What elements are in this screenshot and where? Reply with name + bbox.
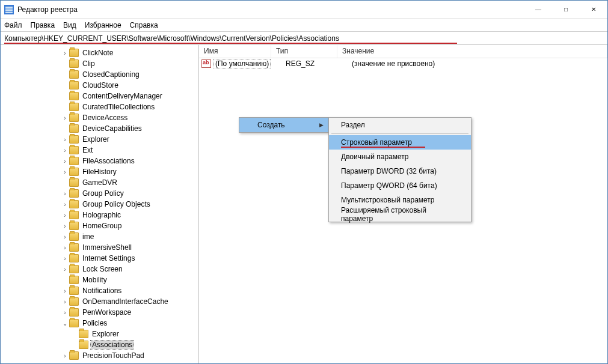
chevron-right-icon[interactable]: › — [61, 147, 69, 154]
folder-icon — [69, 157, 79, 165]
chevron-right-icon[interactable]: › — [61, 190, 69, 197]
tree-item-label: Lock Screen — [81, 265, 124, 273]
tree-item-label: Explorer — [91, 330, 120, 338]
tree-item[interactable]: ›FileAssociations — [1, 156, 198, 166]
chevron-right-icon[interactable]: › — [61, 50, 69, 56]
tree-item-label: Clip — [81, 59, 96, 68]
menu-item-string[interactable]: Строковый параметр — [329, 135, 471, 150]
tree-item[interactable]: ›OnDemandInterfaceCache — [1, 296, 198, 307]
tree-item[interactable]: ›FileHistory — [1, 166, 198, 177]
menu-item-string-label: Строковый параметр — [341, 138, 412, 147]
chevron-right-icon[interactable]: › — [61, 266, 69, 273]
chevron-right-icon[interactable]: › — [61, 255, 69, 262]
tree-item-label: Associations — [91, 341, 134, 349]
string-value-icon — [201, 59, 211, 68]
tree-item[interactable]: CuratedTileCollections — [1, 102, 198, 112]
tree-item-label: DeviceCapabilities — [81, 124, 143, 133]
tree-item[interactable]: ›HomeGroup — [1, 220, 198, 231]
tree-item-label: Mobility — [81, 276, 108, 284]
tree-item[interactable]: ›Group Policy — [1, 188, 198, 199]
tree-item[interactable]: ›Holographic — [1, 210, 198, 220]
tree-item-label: PenWorkspace — [81, 308, 132, 317]
tree-item[interactable]: CloudStore — [1, 80, 198, 91]
tree-item[interactable]: ›ClickNote — [1, 47, 198, 58]
chevron-right-icon[interactable]: › — [61, 299, 69, 305]
tree-item[interactable]: ›Ext — [1, 145, 198, 156]
col-header-name[interactable]: Имя — [199, 45, 271, 58]
chevron-right-icon[interactable]: › — [61, 223, 69, 229]
menu-item-dword-label: Параметр DWORD (32 бита) — [341, 167, 437, 175]
chevron-right-icon[interactable]: › — [61, 234, 69, 240]
chevron-right-icon[interactable]: › — [61, 288, 69, 294]
titlebar: Редактор реестра — □ ✕ — [1, 1, 607, 19]
chevron-right-icon[interactable]: › — [61, 353, 69, 359]
tree-item[interactable]: ›Notifications — [1, 285, 198, 296]
menu-item-dword[interactable]: Параметр DWORD (32 бита) — [329, 164, 471, 178]
folder-icon — [69, 319, 79, 327]
tree-item[interactable]: ›Lock Screen — [1, 264, 198, 275]
chevron-right-icon[interactable]: › — [61, 158, 69, 165]
folder-icon — [69, 308, 79, 317]
menu-item-binary[interactable]: Двоичный параметр — [329, 150, 471, 164]
tree-item[interactable]: Clip — [1, 58, 198, 69]
menu-item-multistring[interactable]: Мультистроковый параметр — [329, 193, 471, 207]
tree-item-label: ime — [81, 232, 95, 241]
menu-file[interactable]: Файл — [4, 21, 22, 29]
tree-item[interactable]: DeviceCapabilities — [1, 123, 198, 134]
menu-item-qword[interactable]: Параметр QWORD (64 бита) — [329, 178, 471, 193]
value-data: (значение не присвоено) — [347, 59, 607, 68]
chevron-right-icon[interactable]: › — [61, 212, 69, 219]
tree-item[interactable]: GameDVR — [1, 177, 198, 188]
menu-edit[interactable]: Правка — [31, 21, 55, 29]
folder-icon — [69, 70, 79, 79]
tree-item[interactable]: Mobility — [1, 275, 198, 285]
tree-item[interactable]: ›Group Policy Objects — [1, 199, 198, 210]
maximize-button[interactable]: □ — [552, 1, 580, 18]
folder-icon — [69, 200, 79, 208]
tree-item[interactable]: Explorer — [1, 329, 198, 339]
chevron-right-icon[interactable]: › — [61, 169, 69, 175]
annotation-underline — [4, 43, 457, 44]
minimize-button[interactable]: — — [524, 1, 552, 18]
chevron-right-icon[interactable]: › — [61, 309, 69, 316]
close-button[interactable]: ✕ — [580, 1, 607, 18]
menu-item-section[interactable]: Раздел — [329, 118, 471, 132]
chevron-right-icon[interactable]: › — [61, 136, 69, 143]
folder-icon — [69, 92, 79, 100]
tree-item[interactable]: ›Explorer — [1, 134, 198, 145]
tree-item[interactable]: ContentDeliveryManager — [1, 91, 198, 102]
menu-view[interactable]: Вид — [63, 21, 76, 29]
tree-item[interactable]: ›ImmersiveShell — [1, 242, 198, 253]
folder-icon — [69, 254, 79, 262]
menu-item-qword-label: Параметр QWORD (64 бита) — [341, 181, 437, 190]
tree-item[interactable]: Associations — [1, 339, 198, 350]
tree-item[interactable]: ClosedCaptioning — [1, 69, 198, 80]
tree-item[interactable]: ›ime — [1, 231, 198, 242]
tree-item[interactable]: ⌄Policies — [1, 318, 198, 329]
list-pane[interactable]: Имя Тип Значение (По умолчанию)REG_SZ(зн… — [199, 45, 607, 363]
chevron-right-icon[interactable]: › — [61, 115, 69, 121]
tree-item[interactable]: ›PrecisionTouchPad — [1, 350, 198, 361]
context-menu-secondary: Раздел Строковый параметр Двоичный парам… — [328, 117, 471, 222]
col-header-type[interactable]: Тип — [271, 45, 337, 58]
menu-help[interactable]: Справка — [130, 21, 158, 29]
folder-icon — [69, 232, 79, 241]
list-row[interactable]: (По умолчанию)REG_SZ(значение не присвое… — [199, 58, 607, 69]
folder-icon — [69, 276, 79, 284]
tree-item-label: ClosedCaptioning — [81, 70, 141, 79]
menu-item-create[interactable]: Создать ▶ — [239, 118, 328, 132]
chevron-down-icon[interactable]: ⌄ — [61, 320, 69, 327]
address-bar[interactable]: Компьютер\HKEY_CURRENT_USER\Software\Mic… — [1, 32, 607, 45]
col-header-value[interactable]: Значение — [337, 45, 607, 58]
context-menu-primary: Создать ▶ — [239, 117, 329, 133]
tree-item[interactable]: ›Internet Settings — [1, 253, 198, 264]
address-path: Компьютер\HKEY_CURRENT_USER\Software\Mic… — [4, 34, 339, 43]
chevron-right-icon[interactable]: › — [61, 201, 69, 208]
tree-item[interactable]: ›PenWorkspace — [1, 307, 198, 318]
menu-item-expandstring[interactable]: Расширяемый строковый параметр — [329, 207, 471, 222]
tree-item[interactable]: ›DeviceAccess — [1, 112, 198, 123]
tree-item-label: CuratedTileCollections — [81, 103, 156, 111]
menu-favorites[interactable]: Избранное — [85, 21, 121, 29]
tree-pane[interactable]: ›ClickNoteClipClosedCaptioningCloudStore… — [1, 45, 199, 363]
chevron-right-icon[interactable]: › — [61, 244, 69, 251]
